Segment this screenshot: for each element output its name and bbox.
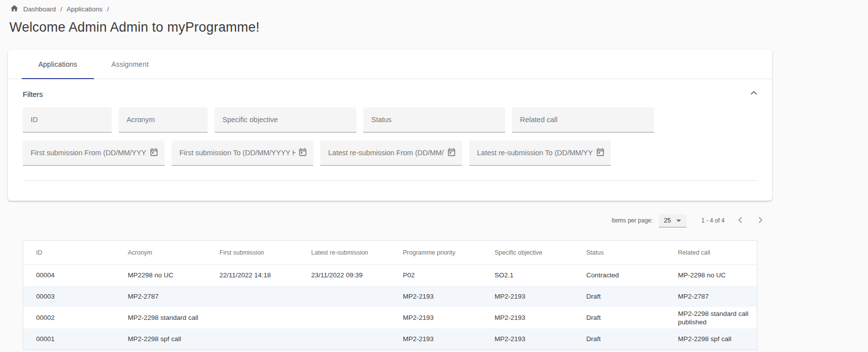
page-content: Dashboard / Applications / Welcome Admin…	[8, 0, 772, 350]
latest-resubmission-to-input[interactable]	[476, 148, 594, 157]
first-submission-from-input[interactable]	[30, 148, 148, 157]
page-title: Welcome Admin Admin to myProgramme!	[9, 20, 772, 35]
chevron-up-icon	[748, 88, 759, 100]
datepicker-toggle[interactable]	[297, 147, 308, 159]
filter-field-first-submission-to	[172, 140, 313, 166]
datepicker-toggle[interactable]	[148, 147, 160, 159]
tab-bar: Applications Assignment	[8, 49, 772, 79]
first-submission-to-input[interactable]	[178, 148, 297, 157]
cell-status: Contracted	[573, 264, 665, 286]
table-row[interactable]: 00004 MP2298 no UC 22/11/2022 14:18 23/1…	[23, 264, 757, 286]
cell-first-submission	[207, 307, 299, 328]
column-header-specific-objective: Specific objective	[482, 241, 574, 264]
column-header-programme-priority: Programme priority	[390, 241, 482, 264]
cell-acronym: MP2-2298 spf call	[115, 328, 207, 350]
filter-row-dates	[23, 140, 757, 166]
filters-card: Applications Assignment Filters	[8, 49, 772, 201]
cell-related-call: MP-2298 no UC	[665, 264, 757, 286]
cell-related-call: MP2-2298 spf call	[665, 328, 757, 350]
cell-status: Draft	[573, 286, 665, 307]
acronym-input[interactable]	[126, 115, 203, 124]
filter-field-status	[363, 107, 505, 132]
cell-specific-objective: SO2.1	[482, 264, 574, 286]
cell-acronym: MP2-2787	[115, 286, 207, 307]
cell-related-call: MP2-2298 standard call published	[665, 307, 757, 328]
cell-first-submission	[207, 328, 299, 350]
filter-field-related-call	[512, 107, 654, 132]
home-icon[interactable]	[10, 4, 19, 14]
tab-assignment[interactable]: Assignment	[94, 49, 166, 79]
related-call-input[interactable]	[519, 115, 649, 124]
datepicker-toggle[interactable]	[594, 147, 606, 159]
cell-id: 00001	[23, 328, 115, 350]
cell-related-call: MP2-2787	[665, 286, 757, 307]
table-header-row: ID Acronym First submission Latest re-su…	[23, 241, 757, 264]
calendar-icon	[447, 147, 456, 159]
datepicker-toggle[interactable]	[445, 147, 457, 159]
breadcrumb-separator: /	[107, 5, 109, 13]
paginator-range-label: 1 - 4 of 4	[701, 217, 725, 224]
filters-header: Filters	[23, 88, 757, 99]
cell-id: 00003	[23, 286, 115, 307]
active-tab-underline	[22, 78, 94, 79]
items-per-page-label: Items per page:	[611, 217, 652, 224]
cell-status: Draft	[573, 307, 665, 328]
calendar-icon	[596, 147, 605, 159]
column-header-latest-resubmission: Latest re-submission	[299, 241, 391, 264]
calendar-icon	[149, 147, 159, 159]
cell-specific-objective: MP2-2193	[482, 286, 574, 307]
cell-programme-priority: MP2-2193	[390, 286, 482, 307]
filter-field-specific-objective	[215, 107, 356, 132]
chevron-right-icon	[755, 215, 766, 227]
specific-objective-input[interactable]	[221, 115, 351, 124]
breadcrumb: Dashboard / Applications /	[8, 0, 772, 14]
previous-page-button[interactable]	[731, 211, 750, 230]
table-row[interactable]: 00002 MP2-2298 standard call MP2-2193 MP…	[23, 307, 757, 328]
cell-id: 00004	[23, 264, 115, 286]
card-bottom-space	[23, 181, 757, 201]
cell-latest-resubmission: 23/11/2022 09:39	[299, 264, 391, 286]
cell-latest-resubmission	[299, 286, 391, 307]
breadcrumb-link-applications[interactable]: Applications	[67, 5, 103, 13]
filters-title: Filters	[23, 90, 43, 98]
column-header-related-call: Related call	[665, 241, 757, 264]
page-size-select[interactable]: 25	[659, 214, 687, 227]
page-size-value: 25	[664, 217, 671, 224]
filter-field-acronym	[119, 107, 208, 132]
tab-applications[interactable]: Applications	[22, 49, 94, 79]
collapse-filters-button[interactable]	[747, 88, 760, 100]
cell-latest-resubmission	[299, 328, 391, 350]
cell-specific-objective: MP2-2193	[482, 307, 574, 328]
breadcrumb-separator: /	[60, 5, 62, 13]
table-row[interactable]: 00003 MP2-2787 MP2-2193 MP2-2193 Draft M…	[23, 286, 757, 307]
chevron-left-icon	[735, 215, 746, 227]
status-input[interactable]	[370, 115, 500, 124]
cell-status: Draft	[573, 328, 665, 350]
cell-specific-objective: MP2-2193	[482, 328, 574, 350]
latest-resubmission-from-input[interactable]	[327, 148, 445, 157]
calendar-icon	[298, 147, 307, 159]
tab-label: Applications	[39, 60, 78, 68]
cell-acronym: MP2298 no UC	[115, 264, 207, 286]
filter-field-latest-resubmission-to	[469, 140, 611, 166]
tab-label: Assignment	[111, 60, 149, 68]
breadcrumb-link-dashboard[interactable]: Dashboard	[23, 5, 56, 13]
column-header-acronym: Acronym	[115, 241, 207, 264]
table-row[interactable]: 00001 MP2-2298 spf call MP2-2193 MP2-219…	[23, 328, 757, 350]
cell-programme-priority: MP2-2193	[390, 328, 482, 350]
filter-field-id	[23, 107, 112, 132]
cell-programme-priority: P02	[390, 264, 482, 286]
cell-latest-resubmission	[299, 307, 391, 328]
filter-field-first-submission-from	[23, 140, 165, 166]
cell-id: 00002	[23, 307, 115, 328]
dropdown-arrow-icon	[676, 220, 681, 222]
next-page-button[interactable]	[750, 211, 770, 230]
column-header-first-submission: First submission	[207, 241, 299, 264]
cell-acronym: MP2-2298 standard call	[115, 307, 207, 328]
column-header-id: ID	[23, 241, 115, 264]
cell-programme-priority: MP2-2193	[390, 307, 482, 328]
id-input[interactable]	[30, 115, 107, 124]
column-header-status: Status	[573, 241, 665, 264]
paginator: Items per page: 25 1 - 4 of 4	[8, 211, 772, 230]
filter-field-latest-resubmission-from	[320, 140, 462, 166]
